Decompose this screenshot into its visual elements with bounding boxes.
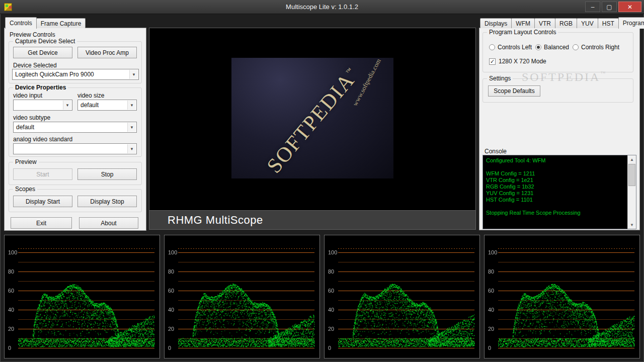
preview-group: Preview Start Stop [9, 162, 142, 185]
panel-watermark-word: SOFTPEDIA [522, 70, 600, 83]
video-input-label: video input [13, 92, 42, 99]
panel-watermark: SOFTPEDIA™ [522, 70, 607, 84]
maximize-button[interactable]: ▢ [602, 2, 617, 12]
display-stop-button[interactable]: Display Stop [77, 196, 137, 207]
scope-axis-label: 80 [488, 268, 494, 275]
scope-axis-label: 60 [8, 288, 14, 294]
waveform-canvas [165, 235, 319, 358]
get-device-button[interactable]: Get Device [13, 47, 72, 58]
tab-rgb[interactable]: RGB [555, 18, 577, 28]
video-subtype-combo[interactable]: default ▾ [13, 122, 137, 133]
scope-axis-label: 20 [488, 326, 494, 332]
scope-axis-label: 80 [8, 268, 14, 275]
console-line: Configured Tool 4: WFM [486, 157, 624, 164]
scope-axis-label: 0 [168, 345, 171, 351]
about-button[interactable]: About [79, 217, 138, 229]
console-line: WFM Config = 1211 [486, 170, 624, 177]
display-start-button[interactable]: Display Start [13, 196, 72, 207]
analog-video-standard-label: analog video standard [13, 136, 72, 143]
radio-controls-left[interactable]: Controls Left [489, 44, 532, 51]
scope-axis-label: 80 [328, 268, 334, 275]
video-preview: SOFTPEDIA™ www.softpedia.com [149, 28, 476, 211]
device-selected-combo[interactable]: Logitech QuickCam Pro 9000 ▾ [12, 69, 139, 80]
tab-controls[interactable]: Controls [5, 17, 37, 29]
left-tabstrip: Controls Frame Capture [5, 17, 85, 28]
mode-checkbox[interactable]: ✓ 1280 X 720 Mode [489, 58, 546, 65]
scope-axis-label: 40 [8, 307, 14, 313]
console-line [486, 164, 624, 170]
scope-axis-label: 100 [8, 249, 17, 255]
tab-yuv[interactable]: YUV [577, 18, 598, 28]
scope-axis-label: 40 [488, 307, 494, 313]
waveform-canvas [325, 235, 479, 358]
radio-icon [489, 44, 495, 50]
console-line: YUV Config = 1231 [486, 190, 624, 197]
scope-axis-label: 0 [328, 345, 331, 351]
console-line: Stopping Real Time Scope Processing [486, 210, 624, 216]
video-input-combo[interactable]: ▾ [13, 100, 72, 111]
dropdown-icon: ▾ [129, 70, 138, 79]
softpedia-watermark-text: SOFTPEDIA™ [262, 63, 363, 177]
scope-axis-label: 20 [328, 326, 334, 332]
softpedia-watermark-word: SOFTPEDIA [262, 68, 359, 177]
analog-video-standard-combo[interactable]: ▾ [13, 143, 137, 154]
scopes-group: Scopes Display Start Display Stop [9, 189, 142, 212]
mode-checkbox-label: 1280 X 720 Mode [499, 58, 546, 65]
device-properties-group: Device Properties video input video size… [9, 87, 142, 157]
scope-axis-label: 40 [168, 307, 174, 313]
waveform-scope-3: 100 80 60 40 20 0 [324, 235, 480, 358]
scope-axis-label: 60 [328, 288, 334, 294]
right-tabstrip: Displays WFM VTR RGB YUV HST Program [480, 17, 644, 28]
waveform-scope-2: 100 80 60 40 20 0 [164, 235, 320, 358]
close-button[interactable]: ✕ [618, 2, 641, 12]
video-caption-bar: RHMG MultiScope [149, 211, 476, 230]
radio-balanced-label: Balanced [544, 44, 569, 51]
multiscope-window: { "window": { "title": "Multiscope Lite … [0, 0, 644, 362]
video-size-combo[interactable]: default ▾ [77, 100, 137, 111]
console-line: VTR Config = 1e21 [486, 177, 624, 184]
panel-watermark-tm: ™ [600, 70, 607, 76]
tab-wfm[interactable]: WFM [511, 18, 535, 28]
video-size-value: default [80, 102, 99, 109]
preview-controls-label: Preview Controls [10, 31, 55, 38]
tab-program[interactable]: Program [618, 17, 644, 29]
device-selected-label: Device Selected [13, 62, 57, 69]
scope-axis-label: 100 [168, 249, 177, 255]
tab-frame-capture[interactable]: Frame Capture [36, 18, 86, 28]
waveform-scope-4: 100 80 60 40 20 0 [484, 235, 640, 358]
scope-axis-label: 40 [328, 307, 334, 313]
scroll-up-icon[interactable]: ▲ [628, 155, 636, 163]
tab-displays[interactable]: Displays [480, 18, 512, 28]
scope-axis-label: 100 [328, 249, 337, 255]
controls-panel: Preview Controls Capture Device Select G… [4, 28, 146, 231]
console-label: Console [485, 148, 507, 155]
exit-button[interactable]: Exit [11, 217, 72, 229]
radio-controls-left-label: Controls Left [498, 44, 532, 51]
tab-vtr[interactable]: VTR [534, 18, 555, 28]
scroll-down-icon[interactable]: ▼ [628, 221, 636, 229]
console-line: HST Config = 1101 [486, 197, 624, 203]
scope-axis-label: 100 [488, 249, 497, 255]
start-button[interactable]: Start [13, 168, 72, 180]
scope-axis-label: 0 [488, 345, 491, 351]
scope-axis-label: 80 [168, 268, 174, 275]
check-icon: ✓ [489, 58, 496, 65]
titlebar: Multiscope Lite v: 1.0.1.2 – ▢ ✕ [0, 0, 644, 14]
softpedia-watermark-image: SOFTPEDIA™ www.softpedia.com [231, 58, 393, 178]
radio-controls-right-label: Controls Right [581, 44, 619, 51]
scope-defaults-button[interactable]: Scope Defaults [488, 85, 540, 97]
video-subtype-label: video subtype [13, 114, 50, 121]
scope-axis-label: 60 [488, 288, 494, 294]
settings-group-title: Settings [487, 75, 513, 82]
video-proc-amp-button[interactable]: Video Proc Amp [77, 47, 137, 58]
scrollbar-thumb[interactable] [628, 164, 635, 186]
radio-balanced[interactable]: Balanced [535, 44, 569, 51]
minimize-button[interactable]: – [585, 2, 600, 12]
dropdown-icon: ▾ [127, 123, 136, 132]
console-scrollbar[interactable]: ▲ ▼ [627, 155, 636, 229]
dropdown-icon: ▾ [63, 101, 71, 110]
stop-button[interactable]: Stop [77, 168, 137, 180]
tab-hst[interactable]: HST [598, 18, 619, 28]
radio-icon [573, 44, 579, 50]
radio-controls-right[interactable]: Controls Right [573, 44, 619, 51]
